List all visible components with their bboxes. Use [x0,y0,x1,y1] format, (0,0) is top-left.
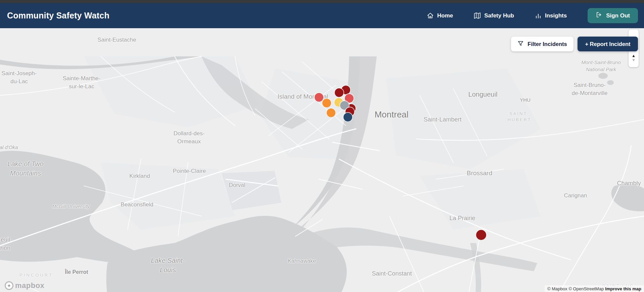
mapbox-wordmark: mapbox [15,281,44,290]
mapbox-logo[interactable]: ✦ mapbox [5,281,44,290]
app-window: Saint-EustacheSaint-Joseph-du-LacSainte-… [0,0,644,292]
nav-label: Home [437,12,453,19]
mapbox-pin-icon: ✦ [5,281,13,290]
filter-incidents-button[interactable]: Filter Incidents [511,37,573,51]
attribution-osm-link[interactable]: © OpenStreetMap [568,286,604,291]
compass-up-icon: ▲ [632,54,636,58]
compass-down-icon: ▼ [632,58,636,62]
main-nav: Home Safety Hub Insights [427,8,638,23]
map-icon [474,12,481,19]
nav-label: Insights [545,12,567,19]
page-title: Community Safety Watch [7,11,109,20]
nav-item-insights[interactable]: Insights [535,12,567,19]
filter-incidents-label: Filter Incidents [527,41,567,47]
incident-marker[interactable] [343,113,352,121]
sign-out-label: Sign Out [606,12,630,19]
incident-marker[interactable] [327,108,335,117]
nav-item-safety-hub[interactable]: Safety Hub [474,12,514,19]
bar-chart-icon [535,12,542,19]
incident-marker[interactable] [476,230,486,240]
report-incident-button[interactable]: + Report Incident [578,37,638,51]
incident-marker[interactable] [322,99,331,107]
incident-marker[interactable] [335,88,343,97]
window-chrome-strip [0,0,644,3]
incident-marker[interactable] [315,93,323,102]
sign-out-button[interactable]: Sign Out [588,8,638,23]
home-icon [427,12,434,19]
app-header: Community Safety Watch Home Safety Hub [0,3,644,28]
nav-label: Safety Hub [484,12,514,19]
improve-this-map-link[interactable]: Improve this map [605,286,641,291]
map-attribution: © Mapbox © OpenStreetMap Improve this ma… [545,285,644,292]
logout-icon [596,11,602,20]
funnel-icon [517,40,524,48]
nav-item-home[interactable]: Home [427,12,453,19]
attribution-mapbox-link[interactable]: © Mapbox [547,286,567,291]
